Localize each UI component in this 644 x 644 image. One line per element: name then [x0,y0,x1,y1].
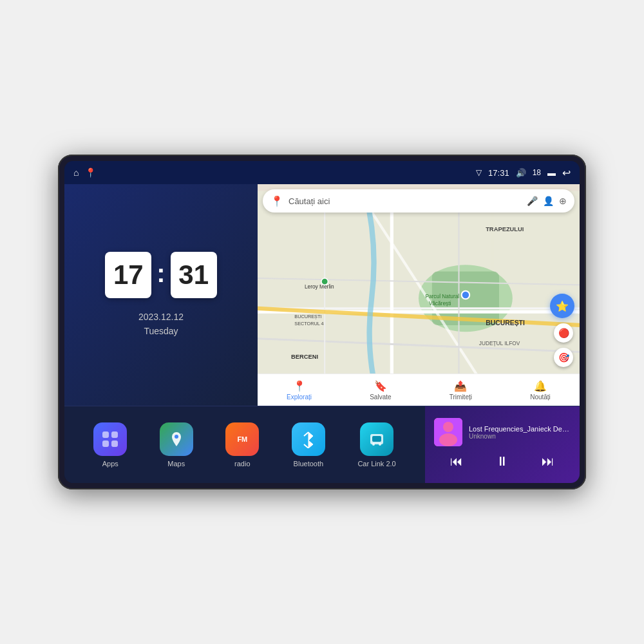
svg-point-37 [439,433,457,446]
main-content: 17 : 31 2023.12.12 Tuesday [64,184,580,483]
svg-rect-27 [111,440,118,447]
battery-icon: ▬ [547,168,556,178]
app-item-radio[interactable]: FM radio [225,422,259,468]
layers-icon[interactable]: ⊕ [559,196,567,206]
news-label: Noutăți [530,393,551,401]
app-item-bluetooth[interactable]: Bluetooth [292,422,325,468]
radio-label: radio [234,460,250,468]
svg-rect-32 [372,436,381,442]
share-label: Trimiteți [450,393,472,401]
carlink-label: Car Link 2.0 [357,460,395,468]
svg-point-22 [321,278,328,285]
clock-hours: 17 [105,252,151,298]
account-icon[interactable]: 👤 [543,196,554,206]
search-placeholder[interactable]: Căutați aici [289,196,522,206]
explore-label: Explorați [287,393,312,401]
maps-app-icon [160,422,193,456]
saved-icon: 🔖 [374,380,387,392]
music-controls: ⏮ ⏸ ⏭ [434,451,571,471]
svg-text:Leroy Merlin: Leroy Merlin [305,283,334,290]
date-value: 2023.12.12 [138,310,184,324]
weekday-value: Tuesday [138,324,184,338]
apps-bar: Apps Maps FM [64,406,425,483]
app-item-carlink[interactable]: Car Link 2.0 [357,422,395,468]
apps-icon [93,422,127,456]
svg-text:BUCUREȘTI: BUCUREȘTI [294,314,321,319]
app-item-apps[interactable]: Apps [93,422,127,468]
back-icon[interactable]: ↩ [562,167,571,179]
volume-icon: 🔊 [516,168,526,178]
map-svg: TRAPEZULUI BUCUREȘTI JUDEȚUL ILFOV Parcu… [258,184,580,406]
battery-level: 18 [533,168,541,177]
map-nav-saved[interactable]: 🔖 Salvate [370,380,391,401]
status-right-icons: ▽ 17:31 🔊 18 ▬ ↩ [476,167,571,179]
bluetooth-label: Bluetooth [294,460,323,468]
map-bottom-nav: 📍 Explorați 🔖 Salvate 📤 Trimiteți � [258,374,580,406]
carlink-icon [360,422,393,456]
signal-icon: ▽ [476,168,482,177]
map-nav-share[interactable]: 📤 Trimiteți [450,380,472,401]
map-nav-news[interactable]: 🔔 Noutăți [530,380,551,401]
location-status-icon[interactable]: 📍 [85,167,96,178]
music-title: Lost Frequencies_Janieck Devy-... [469,425,571,433]
svg-rect-0 [258,191,580,399]
svg-text:BERCENI: BERCENI [291,354,318,360]
svg-point-36 [443,422,453,432]
map-search-right-icons: 🎤 👤 ⊕ [527,196,567,206]
svg-point-33 [372,443,375,446]
next-button[interactable]: ⏭ [536,451,560,471]
navigate-button[interactable]: ⭐ [550,294,574,318]
status-left-icons: ⌂ 📍 [73,167,96,178]
svg-text:SECTORUL 4: SECTORUL 4 [294,321,323,327]
saved-label: Salvate [370,393,391,401]
svg-rect-26 [102,440,109,447]
mic-icon[interactable]: 🎤 [527,196,538,206]
svg-point-34 [379,443,381,446]
home-icon[interactable]: ⌂ [73,167,79,178]
clock-display: 17 : 31 [105,252,216,298]
news-icon: 🔔 [534,380,547,392]
device-frame: ⌂ 📍 ▽ 17:31 🔊 18 ▬ ↩ 17 : 31 [58,155,586,489]
date-display: 2023.12.12 Tuesday [138,310,184,339]
svg-text:Văcărești: Văcărești [429,300,451,307]
svg-rect-24 [102,431,109,438]
music-info: Lost Frequencies_Janieck Devy-... Unknow… [434,418,571,446]
explore-icon: 📍 [293,380,306,392]
svg-line-30 [304,444,308,448]
svg-text:TRAPEZULUI: TRAPEZULUI [486,226,524,232]
music-player: Lost Frequencies_Janieck Devy-... Unknow… [425,406,580,483]
svg-rect-25 [111,431,118,438]
music-artist: Unknown [469,433,571,440]
svg-text:JUDEȚUL ILFOV: JUDEȚUL ILFOV [479,340,520,346]
share-icon: 📤 [454,380,467,392]
apps-label: Apps [102,460,118,468]
clock-panel: 17 : 31 2023.12.12 Tuesday [64,184,258,406]
map-panel[interactable]: TRAPEZULUI BUCUREȘTI JUDEȚUL ILFOV Parcu… [258,184,580,406]
time-display: 17:31 [488,168,509,178]
status-bar: ⌂ 📍 ▽ 17:31 🔊 18 ▬ ↩ [64,161,580,184]
clock-colon: : [156,259,165,288]
music-details: Lost Frequencies_Janieck Devy-... Unknow… [469,425,571,440]
prev-button[interactable]: ⏮ [445,451,468,471]
device-screen: ⌂ 📍 ▽ 17:31 🔊 18 ▬ ↩ 17 : 31 [64,161,580,483]
svg-line-29 [304,432,308,436]
music-thumbnail [434,418,462,446]
map-nav-explore[interactable]: 📍 Explorați [287,380,312,401]
top-section: 17 : 31 2023.12.12 Tuesday [64,184,580,406]
compass-button[interactable]: 🔴 [554,323,573,343]
maps-label: Maps [167,460,185,468]
clock-minutes: 31 [171,252,217,298]
location-button[interactable]: 🎯 [554,348,573,367]
bluetooth-icon [292,422,325,456]
play-pause-button[interactable]: ⏸ [491,451,514,471]
bottom-section: Apps Maps FM [64,406,580,483]
maps-pin-icon: 📍 [270,195,283,207]
svg-text:Parcul Natural: Parcul Natural [425,293,459,299]
svg-point-28 [175,435,178,439]
app-item-maps[interactable]: Maps [160,422,193,468]
svg-point-21 [462,291,470,299]
radio-icon: FM [225,422,259,456]
map-search-bar[interactable]: 📍 Căutați aici 🎤 👤 ⊕ [263,189,574,213]
svg-text:BUCUREȘTI: BUCUREȘTI [486,319,525,327]
